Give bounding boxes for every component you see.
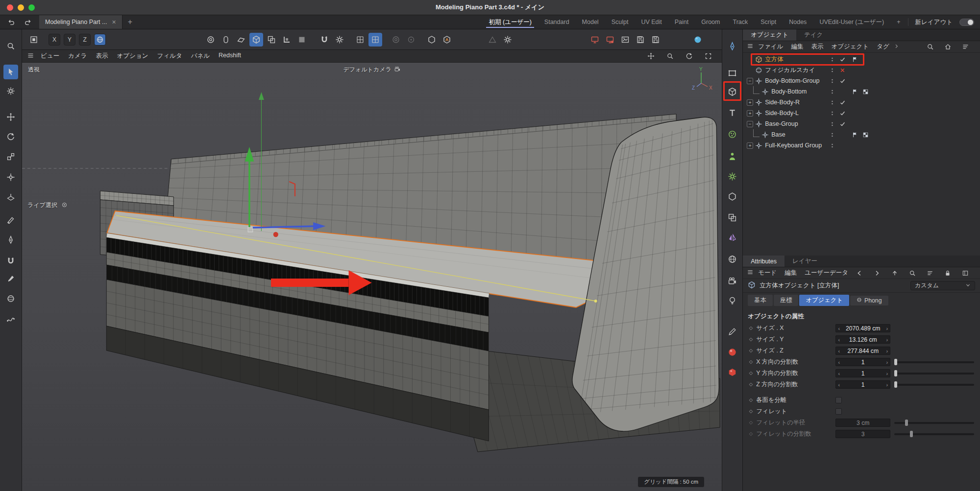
redshift-material-icon[interactable] — [725, 365, 740, 379]
spline-smooth-icon[interactable] — [3, 312, 18, 327]
value-field[interactable]: ‹1› — [835, 358, 890, 366]
layout-tab-10[interactable]: Nodes — [783, 15, 813, 29]
axis-a-icon[interactable]: A — [440, 33, 454, 47]
tool-settings-icon[interactable] — [501, 33, 514, 47]
axis-x-button[interactable]: X — [49, 34, 60, 46]
symmetry-icon[interactable] — [725, 230, 740, 245]
picture-viewer-icon[interactable] — [618, 33, 632, 47]
modeling-boole-icon[interactable] — [725, 210, 740, 225]
torus-tool-icon[interactable] — [389, 33, 403, 47]
enabled-check-icon[interactable] — [839, 99, 846, 106]
simulation-icon[interactable] — [725, 169, 740, 184]
value-field[interactable]: 3 cm — [835, 419, 890, 427]
save-project-icon[interactable] — [634, 33, 647, 47]
selection-settings-icon[interactable] — [3, 84, 18, 98]
object-row[interactable]: +Side-Body-R — [743, 97, 980, 108]
filter-icon[interactable] — [923, 266, 937, 280]
smooth-tool-icon[interactable] — [3, 291, 18, 306]
object-name[interactable]: フィジカルスカイ — [765, 66, 815, 74]
pen-tool-icon[interactable] — [3, 233, 18, 247]
character-icon[interactable] — [725, 149, 740, 164]
new-layout-button[interactable]: 新レイアウト — [909, 15, 958, 29]
stepper-up-icon[interactable]: › — [884, 359, 890, 365]
visibility-dots-icon[interactable] — [829, 121, 835, 127]
attr-page-tab-2[interactable]: 座標 — [774, 295, 799, 306]
visibility-dots-icon[interactable] — [829, 110, 835, 117]
diamond-icon[interactable] — [748, 336, 756, 343]
checker-tag-icon[interactable] — [862, 132, 869, 138]
value-field[interactable]: ‹1› — [835, 380, 890, 389]
flag-tag-icon[interactable] — [852, 89, 858, 95]
attr-menu-1[interactable]: モード — [755, 269, 780, 277]
attr-tab-2[interactable]: レイヤー — [784, 256, 825, 267]
enabled-check-icon[interactable] — [839, 121, 846, 127]
om-menu-4[interactable]: オブジェクト — [828, 43, 872, 51]
cube-primitive-icon[interactable] — [249, 33, 263, 47]
layout-toggle[interactable] — [959, 19, 974, 26]
expander-icon[interactable]: − — [747, 121, 753, 127]
object-row[interactable]: +Side-Body-L — [743, 108, 980, 118]
diamond-icon[interactable] — [748, 348, 756, 354]
disabled-cross-icon[interactable] — [839, 67, 846, 73]
viewport-menu-3[interactable]: 表示 — [92, 52, 113, 60]
workplane-grid-icon[interactable] — [353, 33, 367, 47]
diamond-icon[interactable] — [748, 420, 756, 426]
knife-tool-icon[interactable] — [3, 213, 18, 228]
attr-menu-2[interactable]: 編集 — [781, 269, 800, 277]
render-view-icon[interactable] — [588, 33, 602, 47]
slider[interactable] — [894, 369, 974, 377]
slider-handle[interactable] — [905, 420, 908, 426]
visibility-dots-icon[interactable] — [829, 56, 835, 63]
viewport-menu-7[interactable]: Redshift — [214, 52, 245, 60]
attribute-value[interactable]: 2070.489 cm — [842, 325, 884, 332]
object-name[interactable]: Side-Body-R — [765, 99, 800, 106]
object-name[interactable]: Full-Keyboard Group — [765, 142, 822, 149]
attr-page-tab-1[interactable]: 基本 — [748, 295, 773, 306]
stepper-up-icon[interactable]: › — [884, 348, 890, 354]
layout-tab-3[interactable]: Model — [576, 15, 605, 29]
forward-icon[interactable] — [870, 266, 884, 280]
up-icon[interactable] — [888, 266, 902, 280]
om-menu-5[interactable]: タグ — [873, 43, 893, 51]
magnet-tool-icon[interactable] — [3, 254, 18, 268]
diamond-icon[interactable] — [748, 370, 756, 376]
attr-page-tab-3[interactable]: オブジェクト — [799, 295, 849, 306]
stepper-up-icon[interactable]: › — [884, 326, 890, 331]
material-icon[interactable] — [725, 345, 740, 359]
torus-primitive-icon[interactable] — [204, 33, 218, 47]
attribute-value[interactable]: 13.126 cm — [842, 336, 884, 343]
viewport-menu-6[interactable]: パネル — [187, 52, 214, 60]
layout-tab-11[interactable]: UVEdit-User (ユーザー) — [813, 15, 890, 29]
redo-icon[interactable] — [21, 15, 35, 29]
object-name[interactable]: Side-Body-L — [765, 110, 799, 117]
attribute-value[interactable]: 277.844 cm — [842, 348, 884, 354]
volume-icon[interactable] — [725, 189, 740, 204]
slider-handle[interactable] — [894, 359, 897, 365]
stepper-down-icon[interactable]: ‹ — [836, 326, 842, 331]
camera-icon[interactable] — [725, 274, 740, 288]
brush-tool-icon[interactable] — [3, 272, 18, 286]
attribute-value[interactable]: 3 — [836, 431, 890, 438]
checkbox[interactable] — [835, 408, 842, 415]
stepper-down-icon[interactable]: ‹ — [836, 337, 842, 343]
slider[interactable] — [894, 358, 974, 366]
rotate-view-icon[interactable] — [682, 49, 696, 63]
axis-corner-icon[interactable] — [280, 33, 294, 47]
snap-magnet-icon[interactable] — [318, 33, 331, 47]
enabled-check-icon[interactable] — [839, 56, 846, 63]
flag-tag-icon[interactable] — [852, 132, 858, 138]
pan-view-icon[interactable] — [644, 49, 658, 63]
diamond-icon[interactable] — [748, 359, 756, 365]
expander-icon[interactable]: + — [747, 142, 753, 149]
object-name[interactable]: Base-Group — [765, 120, 798, 127]
attribute-value[interactable]: 1 — [842, 381, 884, 388]
viewport-canvas[interactable]: 透視 デフォルトカメラ ライブ選択 Y X Z グリッド間隔 : 50 cm — [22, 63, 722, 491]
om-tab-2[interactable]: テイク — [796, 29, 831, 41]
stepper-up-icon[interactable]: › — [884, 382, 890, 388]
light-icon[interactable] — [725, 293, 740, 308]
scale-tool-icon[interactable] — [3, 149, 18, 164]
maximize-window-button[interactable] — [28, 4, 35, 11]
object-row[interactable]: +Full-Keyboard Group — [743, 140, 980, 151]
value-field[interactable]: ‹277.844 cm› — [835, 347, 890, 355]
snap-settings-icon[interactable] — [333, 33, 346, 47]
